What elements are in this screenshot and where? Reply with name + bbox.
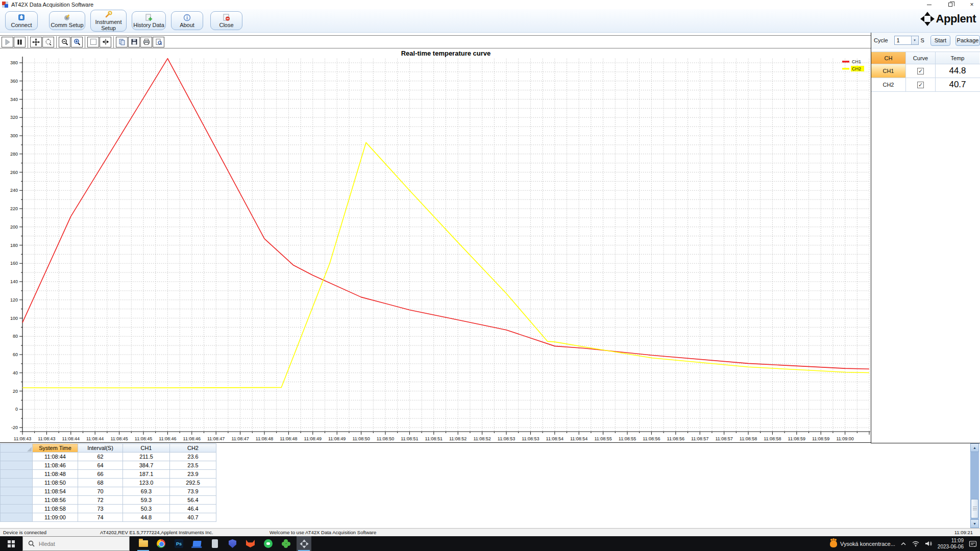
close-app-button[interactable]: Close	[210, 11, 242, 30]
log-column-header-interval-s-[interactable]: Interval(S)	[78, 444, 123, 453]
photoshop-icon[interactable]: Ps	[172, 536, 186, 551]
row-selector-header[interactable]	[1, 444, 33, 453]
file-explorer-icon[interactable]	[136, 536, 151, 551]
save-icon[interactable]	[128, 37, 140, 47]
log-cell: 11:08:54	[33, 487, 78, 496]
close-window-button[interactable]: ×	[967, 1, 977, 8]
channel-row-ch2[interactable]: CH2 ✓ 40.7	[871, 78, 980, 92]
chart-canvas[interactable]: -200204060801001201401601802002202402602…	[0, 48, 871, 443]
scroll-up-icon[interactable]: ▲	[970, 443, 979, 452]
device-pale-icon[interactable]	[207, 536, 222, 551]
notification-text: Vysoká koncentrace...	[840, 541, 895, 547]
svg-text:11:08:51: 11:08:51	[425, 436, 443, 441]
collapse-horizontal-icon[interactable]	[100, 37, 111, 47]
history-data-button[interactable]: History Data	[132, 11, 166, 30]
chrome-icon[interactable]	[154, 536, 168, 551]
package-button[interactable]: Package	[955, 35, 980, 46]
app-orange-icon[interactable]	[243, 536, 258, 551]
cycle-dropdown-icon[interactable]: ▼	[911, 36, 918, 44]
cycle-input[interactable]	[895, 36, 911, 44]
log-column-header-ch1[interactable]: CH1	[123, 444, 170, 453]
row-selector-cell[interactable]	[1, 470, 33, 479]
connect-button[interactable]: Connect	[5, 11, 38, 30]
history-data-icon	[145, 14, 153, 21]
brand-name: Applent	[936, 12, 976, 26]
start-button[interactable]: Start	[930, 35, 950, 46]
channel-panel: Cycle ▼ S Start Package CH Curve Temp CH…	[871, 33, 980, 443]
svg-text:140: 140	[10, 279, 18, 284]
ch2-temp-value: 40.7	[936, 78, 979, 91]
system-tray: Vysoká koncentrace... 11:09 2023-06-06	[830, 536, 977, 551]
clock-date: 2023-06-06	[938, 544, 964, 550]
row-selector-cell[interactable]	[1, 487, 33, 496]
cycle-spinner[interactable]: ▼	[894, 36, 919, 45]
print-preview-icon[interactable]	[153, 37, 164, 47]
notification-center-icon[interactable]	[969, 540, 977, 547]
ch1-curve-checkbox[interactable]: ✓	[917, 68, 924, 74]
row-selector-cell[interactable]	[1, 505, 33, 513]
log-cell: 11:09:00	[33, 513, 78, 522]
hidden-icons-chevron-icon[interactable]	[900, 541, 906, 546]
log-table-row: 11:08:587350.346.4	[1, 505, 216, 513]
svg-text:260: 260	[10, 170, 18, 175]
zoom-out-icon[interactable]	[59, 37, 70, 47]
log-cell: 46.4	[170, 505, 216, 513]
wifi-icon[interactable]	[912, 540, 920, 547]
play-icon[interactable]	[2, 37, 13, 47]
print-icon[interactable]	[140, 37, 152, 47]
row-selector-cell[interactable]	[1, 496, 33, 505]
about-button[interactable]: About	[171, 11, 203, 30]
svg-text:160: 160	[10, 261, 18, 266]
zoom-window-icon[interactable]	[42, 37, 54, 47]
pause-icon[interactable]	[14, 37, 26, 47]
restore-button[interactable]	[945, 1, 955, 8]
row-selector-cell[interactable]	[1, 453, 33, 461]
log-scrollbar[interactable]: ▲ ▼	[970, 443, 979, 528]
log-cell: 74	[78, 513, 123, 522]
ch2-curve-checkbox[interactable]: ✓	[917, 82, 924, 88]
svg-text:11:08:46: 11:08:46	[183, 436, 201, 441]
log-cell: 66	[78, 470, 123, 479]
tray-notification[interactable]: Vysoká koncentrace...	[830, 540, 895, 547]
instrument-setup-button[interactable]: Instrument Setup	[90, 10, 127, 32]
clover-icon[interactable]	[279, 536, 293, 551]
clock-time: 11:09	[938, 538, 964, 544]
welcome-message: Welcome to use AT42X Data Acquisition So…	[270, 530, 376, 535]
pan-icon[interactable]	[30, 37, 42, 47]
channel-row-ch1[interactable]: CH1 ✓ 44.8	[871, 64, 980, 78]
shield-icon[interactable]	[225, 536, 240, 551]
scrollbar-thumb[interactable]	[971, 499, 978, 518]
svg-text:240: 240	[10, 188, 18, 193]
svg-text:11:08:43: 11:08:43	[38, 436, 55, 441]
log-column-header-ch2[interactable]: CH2	[170, 444, 216, 453]
log-cell: 73	[78, 505, 123, 513]
start-button-windows[interactable]	[0, 536, 22, 551]
legend-item-ch1[interactable]: CH1	[852, 59, 861, 64]
svg-text:11:08:43: 11:08:43	[14, 436, 31, 441]
ch2-label[interactable]: CH2	[871, 78, 906, 91]
applent-app-icon[interactable]	[297, 536, 311, 551]
windows-logo-icon	[8, 540, 15, 547]
ch1-label[interactable]: CH1	[871, 64, 906, 78]
row-selector-cell[interactable]	[1, 479, 33, 487]
minimize-button[interactable]	[924, 1, 934, 8]
log-column-header-system-time[interactable]: System Time	[33, 444, 78, 453]
scroll-down-icon[interactable]: ▼	[970, 519, 979, 528]
row-selector-cell[interactable]	[1, 513, 33, 522]
row-selector-cell[interactable]	[1, 461, 33, 470]
legend-item-ch2[interactable]: CH2	[852, 66, 861, 71]
select-rect-icon[interactable]	[87, 37, 99, 47]
search-input[interactable]	[39, 541, 115, 547]
data-log-table: System TimeInterval(S)CH1CH211:08:446221…	[0, 443, 216, 522]
cycle-row: Cycle ▼ S Start Package	[871, 33, 980, 48]
svg-text:11:08:50: 11:08:50	[377, 436, 394, 441]
speaker-icon[interactable]	[925, 540, 933, 547]
comm-setup-button[interactable]: Comm Setup	[49, 11, 85, 30]
log-table-row: 11:08:547069.373.9	[1, 487, 216, 496]
laptop-icon[interactable]	[189, 536, 204, 551]
taskbar-search[interactable]	[22, 536, 130, 551]
zoom-in-icon[interactable]	[71, 37, 83, 47]
taskbar-clock[interactable]: 11:09 2023-06-06	[938, 538, 964, 550]
chat-green-icon[interactable]	[261, 536, 276, 551]
copy-icon[interactable]	[116, 37, 128, 47]
